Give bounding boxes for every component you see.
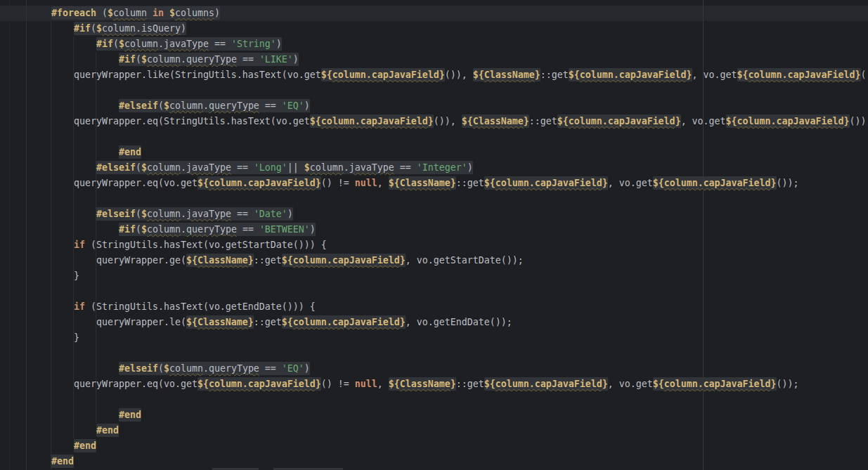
code-line[interactable] — [29, 191, 868, 207]
code-line[interactable] — [29, 83, 868, 98]
code-token: column.capJavaField — [332, 70, 439, 80]
code-token: (StringUtils.hasText(vo.getStartDate()))… — [85, 240, 327, 250]
code-token — [29, 224, 119, 235]
code-line[interactable]: #if($column.queryType == 'LIKE') — [29, 52, 868, 67]
code-token: column.capJavaField — [580, 70, 687, 80]
code-line[interactable]: if (StringUtils.hasText(vo.getEndDate())… — [29, 299, 868, 315]
code-token: column.capJavaField — [293, 317, 400, 327]
code-token — [29, 456, 51, 466]
template-fragment: #elseif($column.javaType == 'Long'|| $co… — [96, 161, 473, 174]
code-line[interactable]: queryWrapper.eq(vo.get${column.capJavaFi… — [29, 377, 868, 392]
code-line[interactable] — [29, 129, 868, 145]
code-line[interactable]: } — [29, 268, 868, 284]
code-line[interactable] — [29, 392, 868, 407]
code-segment — [29, 147, 119, 157]
template-fragment: ${column.capJavaField} — [310, 115, 434, 128]
code-line[interactable]: #elseif($column.javaType == 'Long'|| $co… — [29, 160, 868, 176]
code-line[interactable]: queryWrapper.eq(vo.get${column.capJavaFi… — [29, 176, 868, 191]
code-token: $ — [169, 8, 175, 18]
code-token: queryWrapper.like(StringUtils.hasText(vo… — [29, 70, 321, 80]
code-line[interactable] — [29, 284, 868, 299]
code-token: ${ — [484, 379, 495, 389]
code-line[interactable]: if (StringUtils.hasText(vo.getStartDate(… — [29, 237, 868, 253]
code-token: queryWrapper.eq(vo.get — [29, 178, 197, 188]
code-area[interactable]: #foreach ($column in $columns) #if($colu… — [29, 6, 868, 469]
code-line[interactable]: queryWrapper.like(StringUtils.hasText(vo… — [29, 67, 868, 83]
code-segment: () != null, — [321, 178, 389, 188]
code-line[interactable]: #end — [29, 423, 868, 438]
code-line[interactable] — [29, 346, 868, 361]
code-token: column.capJavaField — [293, 255, 400, 266]
code-token: } — [771, 178, 777, 188]
code-token: } — [844, 116, 850, 126]
code-line[interactable]: #elseif($column.queryType == 'EQ') — [29, 361, 868, 377]
code-token: #elseif — [96, 162, 136, 173]
code-line[interactable]: #end — [29, 407, 868, 423]
template-fragment: #elseif($column.javaType == 'Date') — [96, 207, 293, 221]
code-segment: ()); — [777, 379, 799, 389]
code-token: #elseif — [119, 363, 158, 374]
code-segment: ( — [861, 70, 867, 80]
code-token: queryWrapper.ge( — [29, 255, 186, 266]
code-token: if — [74, 240, 85, 250]
code-token: . — [203, 100, 209, 111]
code-token: . — [181, 224, 186, 235]
code-token: $ — [164, 363, 169, 374]
code-line[interactable]: #foreach ($column in $columns) — [29, 6, 868, 21]
code-token: ::get — [254, 317, 282, 327]
code-token: ::get — [540, 70, 569, 80]
code-line[interactable]: #end — [29, 145, 868, 160]
code-token: } — [29, 332, 79, 343]
code-token: } — [439, 70, 445, 80]
code-line[interactable]: #if($column.javaType == 'String') — [29, 37, 868, 52]
code-token: () != — [321, 178, 355, 188]
code-segment: queryWrapper.eq(StringUtils.hasText(vo.g… — [29, 116, 310, 126]
code-line[interactable]: #elseif($column.javaType == 'Date') — [29, 207, 868, 222]
code-token: #if — [119, 54, 136, 65]
template-fragment: #if($column.isQuery) — [74, 22, 186, 35]
code-line[interactable]: #end — [29, 454, 868, 469]
code-token: ) — [467, 162, 473, 173]
code-token: == — [237, 54, 259, 65]
code-token: ${ — [186, 255, 197, 266]
code-token: } — [428, 116, 434, 126]
code-line[interactable]: } — [29, 330, 868, 346]
code-token — [147, 8, 153, 18]
code-token: ${ — [484, 178, 495, 188]
code-token: , vo.get — [692, 70, 737, 80]
code-segment — [29, 162, 96, 173]
code-token: . — [181, 209, 186, 219]
code-token: null — [355, 178, 377, 188]
code-token — [29, 162, 96, 173]
code-token: ) — [287, 209, 293, 219]
code-token: || — [287, 162, 304, 173]
code-token: ${ — [473, 70, 484, 80]
template-fragment: ${ClassName} — [473, 68, 540, 81]
code-token: } — [524, 116, 529, 126]
code-token: #if — [119, 224, 136, 235]
code-token: } — [248, 317, 254, 327]
code-line[interactable]: #if($column.queryType == 'BETWEEN') — [29, 222, 868, 237]
code-line[interactable]: queryWrapper.eq(StringUtils.hasText(vo.g… — [29, 114, 868, 129]
code-token: } — [451, 379, 456, 389]
code-line[interactable]: #elseif($column.queryType == 'EQ') — [29, 98, 868, 114]
code-line[interactable]: #end — [29, 438, 868, 454]
code-token: ${ — [321, 70, 332, 80]
code-token: 'Date' — [254, 209, 287, 219]
code-token: ( — [113, 39, 119, 49]
template-fragment: #foreach ($column in $columns) — [51, 6, 220, 20]
code-line[interactable]: queryWrapper.le(${ClassName}::get${colum… — [29, 315, 868, 330]
template-fragment: #if($column.queryType == 'BETWEEN') — [119, 223, 316, 236]
code-token: ClassName — [400, 379, 451, 389]
code-token: $ — [96, 23, 102, 34]
code-line[interactable]: queryWrapper.ge(${ClassName}::get${colum… — [29, 253, 868, 268]
code-token — [29, 363, 119, 374]
template-fragment: ${column.capJavaField} — [484, 176, 608, 190]
code-token — [29, 410, 119, 420]
code-token: $ — [119, 39, 124, 49]
code-token: ${ — [197, 178, 209, 188]
code-segment: } — [29, 270, 79, 281]
code-token: $ — [164, 100, 169, 111]
code-line[interactable]: #if($column.isQuery) — [29, 21, 868, 37]
template-fragment: #elseif($column.queryType == 'EQ') — [119, 362, 310, 375]
